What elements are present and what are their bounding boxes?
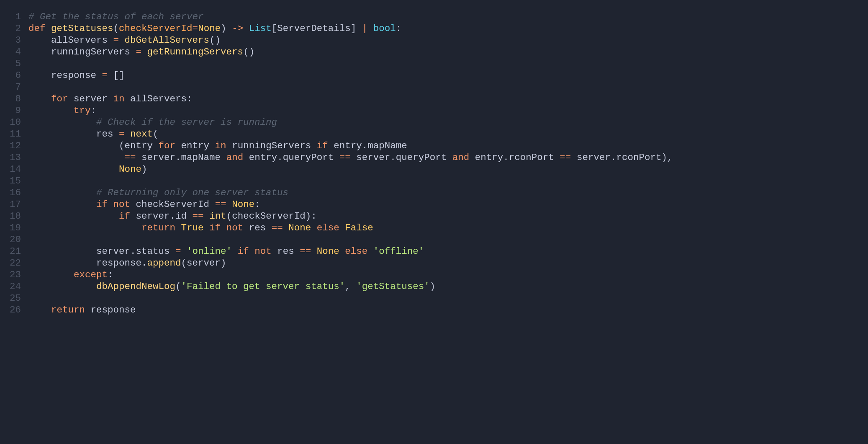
line-number: 11 (0, 128, 21, 140)
token-pn: . (390, 152, 396, 163)
token-id: runningServers (28, 46, 136, 57)
code-line[interactable]: (entry for entry in runningServers if en… (28, 140, 868, 152)
line-number: 1 (0, 11, 21, 23)
token-op: == (215, 199, 226, 210)
token-op: = (193, 23, 198, 34)
code-line[interactable] (28, 58, 868, 70)
token-kw: else (345, 246, 367, 257)
token-op: == (193, 211, 204, 222)
token-pn: . (170, 211, 176, 222)
token-pn: , (345, 281, 356, 292)
line-number: 25 (0, 292, 21, 304)
code-line[interactable]: # Check if the server is running (28, 116, 868, 128)
code-line[interactable] (28, 175, 868, 187)
token-ty: bool (373, 23, 396, 34)
token-fn: dbAppendNewLog (96, 281, 175, 292)
token-id (243, 23, 249, 34)
token-pn: : (396, 23, 402, 34)
token-id (232, 246, 238, 257)
token-pn: ) (141, 164, 147, 175)
token-id (28, 105, 74, 116)
code-line[interactable]: runningServers = getRunningServers() (28, 46, 868, 58)
token-pn: ), (661, 152, 673, 163)
token-id: allServers (125, 93, 187, 104)
line-number: 14 (0, 163, 21, 175)
token-id (46, 23, 51, 34)
token-kw: and (226, 152, 244, 163)
line-number-gutter: 1234567891011121314151617181920212223242… (0, 11, 28, 316)
token-id: entry (125, 140, 159, 151)
token-pn: [] (113, 70, 125, 81)
token-id (108, 70, 113, 81)
token-id (367, 246, 373, 257)
code-line[interactable] (28, 234, 868, 245)
token-fn: dbGetAllServers (125, 35, 210, 46)
code-line[interactable]: res = next( (28, 128, 868, 140)
token-op: | (362, 23, 368, 34)
code-line[interactable]: if server.id == int(checkServerId): (28, 210, 868, 222)
token-attr: status (136, 246, 176, 257)
code-line[interactable]: == server.mapName and entry.queryPort ==… (28, 152, 868, 163)
token-kw: return (141, 222, 175, 233)
line-number: 5 (0, 58, 21, 70)
token-nn: None (198, 23, 221, 34)
code-editor[interactable]: 1234567891011121314151617181920212223242… (0, 0, 868, 316)
code-line[interactable]: server.status = 'online' if not res == N… (28, 245, 868, 257)
token-id (28, 222, 141, 233)
code-line[interactable]: try: (28, 105, 868, 116)
token-kw: not (113, 199, 131, 210)
code-line[interactable]: # Get the status of each server (28, 11, 868, 23)
token-id (108, 199, 113, 210)
code-line[interactable]: None) (28, 163, 868, 175)
line-number: 18 (0, 210, 21, 222)
token-op: = (175, 246, 181, 257)
code-line[interactable] (28, 81, 868, 93)
token-attr: rconPort (616, 152, 661, 163)
token-attr: queryPort (396, 152, 452, 163)
code-line[interactable]: # Returning only one server status (28, 187, 868, 199)
token-id (28, 269, 74, 280)
token-id: entry (469, 152, 503, 163)
code-line[interactable]: dbAppendNewLog('Failed to get server sta… (28, 281, 868, 292)
token-pn: () (243, 46, 254, 57)
token-id (28, 164, 119, 175)
code-line[interactable]: allServers = dbGetAllServers() (28, 34, 868, 46)
token-fn: append (147, 258, 181, 268)
token-kw: if (119, 211, 130, 222)
token-op: -> (232, 23, 243, 34)
token-id (367, 23, 373, 34)
line-number: 24 (0, 281, 21, 292)
code-line[interactable]: response.append(server) (28, 257, 868, 269)
token-kw: if (96, 199, 108, 210)
token-id: server (136, 152, 176, 163)
token-kw: not (254, 246, 272, 257)
code-line[interactable]: return True if not res == None else Fals… (28, 222, 868, 234)
token-attr: id (175, 211, 193, 222)
code-area[interactable]: # Get the status of each serverdef getSt… (28, 11, 868, 316)
code-line[interactable]: if not checkServerId == None: (28, 199, 868, 210)
line-number: 4 (0, 46, 21, 58)
token-pn: [ (272, 23, 277, 34)
line-number: 13 (0, 152, 21, 163)
token-kw: and (452, 152, 470, 163)
token-pn: ( (113, 23, 119, 34)
token-pn: ) (221, 258, 226, 268)
line-number: 2 (0, 23, 21, 34)
code-line[interactable] (28, 292, 868, 304)
code-line[interactable]: for server in allServers: (28, 93, 868, 105)
token-op: == (560, 152, 571, 163)
token-op: = (102, 70, 108, 81)
token-id (339, 246, 345, 257)
token-id (283, 222, 289, 233)
code-line[interactable]: response = [] (28, 70, 868, 81)
code-line[interactable]: return response (28, 304, 868, 316)
code-line[interactable]: except: (28, 269, 868, 281)
token-id: res (243, 222, 272, 233)
code-line[interactable]: def getStatuses(checkServerId=None) -> L… (28, 23, 868, 34)
line-number: 3 (0, 34, 21, 46)
token-prmA: checkServerId (119, 23, 193, 34)
token-id: server (571, 152, 611, 163)
token-attr: rconPort (509, 152, 560, 163)
token-pn: . (175, 152, 181, 163)
token-op: = (119, 129, 125, 139)
